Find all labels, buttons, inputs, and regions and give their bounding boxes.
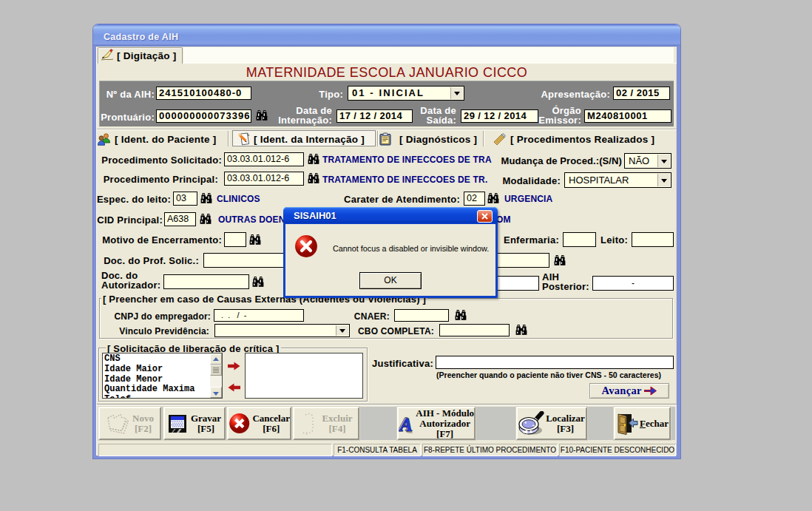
svg-text:A: A [399, 414, 413, 436]
